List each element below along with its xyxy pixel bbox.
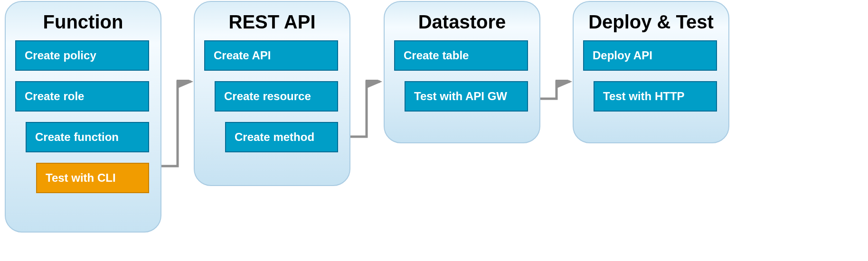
step-create-role: Create role (15, 81, 149, 112)
step-label: Create table (404, 49, 469, 62)
step-test-http: Test with HTTP (594, 81, 717, 112)
stage-function: Function Create policy Create role Creat… (5, 1, 161, 233)
arrow-3 (539, 80, 577, 108)
step-label: Test with CLI (46, 171, 116, 185)
step-create-api: Create API (204, 40, 338, 71)
step-label: Create policy (25, 49, 96, 62)
stage-title: Function (15, 11, 151, 33)
stage-title: REST API (204, 11, 340, 33)
step-label: Create function (35, 130, 119, 144)
step-deploy-api: Deploy API (583, 40, 717, 71)
step-label: Test with API GW (414, 90, 507, 103)
step-create-policy: Create policy (15, 40, 149, 71)
step-create-resource: Create resource (215, 81, 338, 112)
arrow-2 (349, 80, 388, 146)
step-create-table: Create table (394, 40, 528, 71)
step-test-with-cli: Test with CLI (36, 163, 149, 193)
step-label: Test with HTTP (603, 90, 685, 103)
step-label: Create resource (224, 90, 311, 103)
stage-title: Deploy & Test (583, 11, 719, 33)
step-label: Deploy API (593, 49, 652, 62)
arrow-1 (160, 80, 198, 175)
stage-title: Datastore (394, 11, 530, 33)
step-label: Create API (214, 49, 271, 62)
stage-datastore: Datastore Create table Test with API GW (384, 1, 540, 143)
step-label: Create role (25, 90, 84, 103)
stage-deploy-test: Deploy & Test Deploy API Test with HTTP (573, 1, 729, 143)
stage-rest-api: REST API Create API Create resource Crea… (194, 1, 350, 186)
step-create-function: Create function (26, 122, 149, 152)
step-label: Create method (235, 130, 314, 144)
step-test-api-gw: Test with API GW (405, 81, 528, 112)
step-create-method: Create method (225, 122, 338, 152)
